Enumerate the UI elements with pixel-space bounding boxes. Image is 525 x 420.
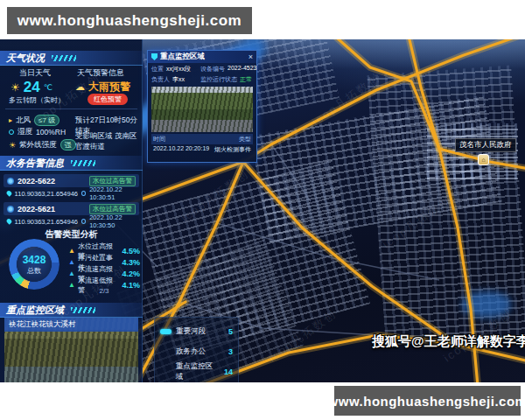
type-label: 类型 [239, 135, 251, 144]
alarm-id-icon [7, 206, 14, 213]
uv-row: ☀ 紫外线强度 强 [9, 139, 76, 150]
time-label: 时间 [153, 135, 165, 144]
sohu-watermark-caption: 搜狐号@王老师详解数字李生 [372, 333, 525, 350]
weather-condition: 多云转阴（实时） [9, 95, 65, 105]
legend-pagination[interactable]: 2/3 [68, 287, 140, 295]
poi-marker-icon[interactable]: ⌂ [478, 154, 489, 165]
alarm-donut-chart: 3428 总数 [9, 239, 60, 290]
layer-count: 5 [228, 327, 233, 336]
header-slashes-decoration [52, 55, 76, 61]
alarm-type-badge: 水位过高告警 [89, 176, 136, 186]
weather-section-header: 天气状况 [0, 51, 143, 66]
wind-value-pill: ≤7 级 [34, 115, 60, 126]
monitor-area-section-header: 重点监控区域 [0, 303, 143, 318]
warning-type: 大雨预警 [88, 80, 130, 94]
poi-label-government[interactable]: 茂名市人民政府 [455, 138, 516, 152]
city-map-canvas[interactable]: 茂名市人民政府 ⌂ 重要河段 5 政务办公 3 重点监控区域 14 [0, 39, 525, 382]
layer-row-government[interactable]: 政务办公 3 [160, 341, 233, 361]
alarm-id-icon [7, 178, 14, 185]
uv-value-pill: 强 [60, 139, 76, 150]
temperature-block: ☀ 24 ℃ [10, 79, 52, 96]
weather-warning-label: 天气预警信息 [77, 67, 124, 79]
humidity-row: 湿度 100%RH [9, 127, 66, 137]
field-location: 位置 xx河xx段 [151, 65, 200, 74]
header-slashes-decoration [71, 307, 95, 313]
uv-icon: ☀ [9, 140, 16, 150]
layer-toggle-icon[interactable] [160, 329, 172, 334]
close-icon[interactable]: × [248, 53, 253, 61]
sun-icon: ☀ [10, 82, 20, 93]
alarm-total-label: 总数 [27, 266, 41, 276]
popup-footer-values: 2022.10.22 20:20:19 烟火检测事件 [151, 145, 253, 154]
alarm-type-badge: 水位过高告警 [89, 204, 136, 214]
cctv-video-thumbnail[interactable] [151, 87, 253, 132]
field-device-id: 设备编号 2022-4523 [200, 65, 262, 74]
layer-label: 政务办公 [176, 346, 206, 357]
screenshot-stage: www.honghuashengsheji.com [0, 0, 525, 420]
today-weather-label: 当日天气 [19, 67, 51, 79]
warning-block: ☁ 大雨预警 [75, 80, 130, 94]
affected-area: 受影响区域 茂南区官渡街道 [75, 130, 140, 152]
layer-spacer [160, 349, 172, 354]
popup-header: 重点监控区域 × [148, 51, 256, 63]
bottom-site-banner: www.honghuashengsheji.com [334, 386, 521, 416]
wind-row: ▸ 北风 ≤7 级 [9, 115, 60, 126]
clock-icon [81, 219, 86, 224]
alarm-total-value: 3428 [23, 254, 46, 266]
event-time: 2022.10.22 20:20:19 [153, 145, 209, 154]
alarm-list-item[interactable]: 2022-5622 水位过高告警 110.90363,21.654946 202… [4, 174, 139, 200]
alarm-list-item[interactable]: 2022-5621 水位过高告警 110.90363,21.654946 202… [4, 202, 139, 228]
popup-title: 重点监控区域 [160, 52, 205, 62]
event-type: 烟火检测事件 [214, 145, 251, 154]
popup-footer-labels: 时间 类型 [151, 134, 253, 144]
layer-count: 3 [228, 347, 233, 356]
header-slashes-decoration [71, 160, 95, 166]
donut-center: 3428 总数 [16, 246, 52, 283]
layer-row-monitor[interactable]: 重点监控区域 14 [160, 361, 233, 382]
location-pin-icon [6, 190, 13, 197]
wind-icon: ▸ [9, 116, 12, 124]
water-alarm-section-header: 水务告警信息 [0, 156, 143, 171]
shield-icon [151, 53, 158, 60]
warning-level-badge: 红色预警 [88, 94, 128, 105]
layer-spacer [160, 369, 172, 374]
field-person: 负责人 李xx [151, 75, 200, 84]
cloud-icon: ☁ [75, 82, 85, 92]
layer-label: 重点监控区域 [176, 361, 220, 382]
top-site-banner: www.honghuashengsheji.com [7, 7, 252, 34]
monitor-area-thumbnail[interactable]: 袂花江袂花镇大溪村 [4, 318, 138, 382]
temperature-unit: ℃ [44, 83, 52, 92]
location-pin-icon [6, 218, 13, 225]
field-status: 监控运行状态 正常 [200, 75, 262, 84]
left-dashboard-panel: 天气状况 当日天气 天气预警信息 ☀ 24 ℃ 多云转阴（实时） ☁ 大雨预警 … [0, 39, 143, 382]
monitor-popup: 重点监控区域 × 位置 xx河xx段 设备编号 2022-4523 负责人 李x… [147, 50, 257, 163]
map-layer-panel: 重要河段 5 政务办公 3 重点监控区域 14 [154, 317, 239, 382]
layer-count: 14 [224, 368, 233, 376]
popup-fields: 位置 xx河xx段 设备编号 2022-4523 负责人 李xx 监控运行状态 … [148, 63, 256, 85]
humidity-icon [9, 130, 14, 135]
layer-label: 重要河段 [176, 326, 206, 337]
clock-icon [81, 191, 86, 196]
monitor-area-caption: 袂花江袂花镇大溪村 [4, 318, 138, 332]
layer-row-river[interactable]: 重要河段 5 [160, 321, 233, 341]
temperature-value: 24 [24, 79, 40, 96]
